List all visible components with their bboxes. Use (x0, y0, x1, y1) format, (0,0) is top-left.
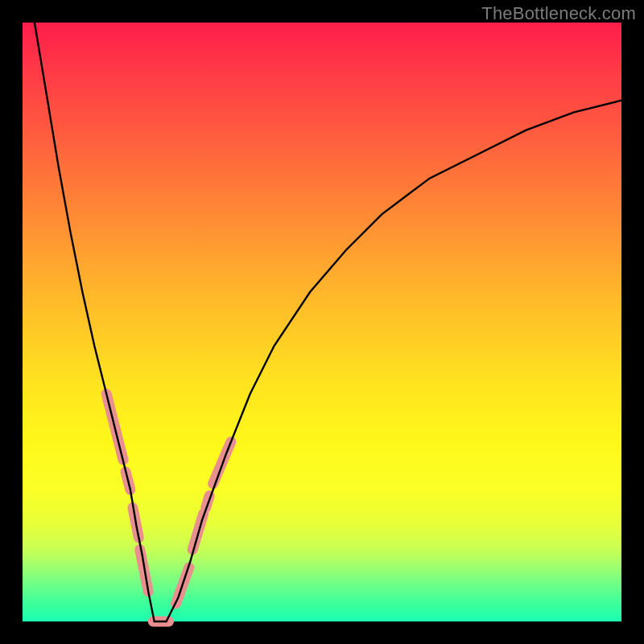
chart-frame: TheBottleneck.com (0, 0, 644, 644)
curve-layer (23, 23, 621, 621)
bottleneck-curve (35, 23, 621, 621)
plot-area (23, 23, 621, 621)
highlight-markers (106, 394, 231, 621)
watermark-text: TheBottleneck.com (481, 3, 636, 24)
